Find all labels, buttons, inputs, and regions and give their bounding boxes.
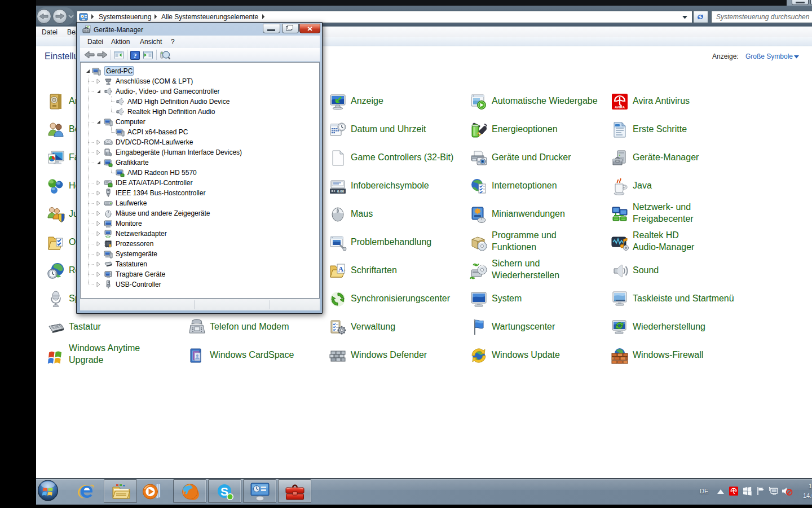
svg-text:AVIRA: AVIRA — [615, 106, 625, 109]
svg-text:A: A — [338, 265, 344, 273]
svg-text:0:00: 0:00 — [337, 190, 345, 193]
svg-text:?: ? — [134, 52, 137, 60]
